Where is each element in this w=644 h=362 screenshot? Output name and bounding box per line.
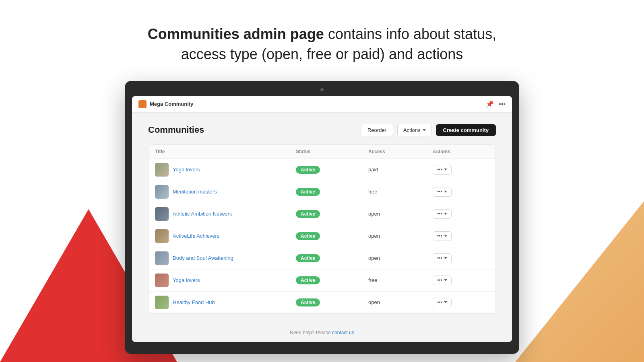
pin-icon[interactable]: 📌: [486, 100, 494, 108]
chevron-down-icon: [444, 235, 447, 237]
contact-us-link[interactable]: contact us: [332, 330, 354, 335]
page-title: Communities: [148, 125, 204, 135]
status-badge: Active: [296, 254, 320, 262]
access-cell: free: [368, 189, 433, 195]
chevron-down-icon: [444, 169, 447, 171]
table-row: Body and Soul Awakening Active open •••: [149, 247, 495, 269]
row-actions-button[interactable]: •••: [433, 253, 452, 263]
actions-cell: •••: [433, 276, 489, 285]
table-row: Meditation masters Active free •••: [149, 181, 495, 203]
row-actions-button[interactable]: •••: [433, 165, 452, 175]
community-name-link[interactable]: Athletic Ambition Network: [173, 211, 232, 217]
col-status: Status: [296, 149, 368, 154]
status-badge: Active: [296, 188, 320, 196]
access-cell: open: [368, 211, 433, 217]
page-top: Communities Reorder Actions Create commu…: [148, 124, 496, 136]
table-row: Yoga lovers Active paid •••: [149, 159, 495, 181]
community-name-link[interactable]: Body and Soul Awakening: [173, 255, 233, 261]
row-actions-button[interactable]: •••: [433, 231, 452, 241]
community-cell: Body and Soul Awakening: [155, 251, 296, 265]
status-cell: Active: [296, 232, 368, 240]
app-title: Mega Community: [150, 101, 193, 107]
ellipsis-icon: •••: [437, 255, 442, 261]
community-thumbnail: [155, 163, 169, 177]
community-name-link[interactable]: Healthy Food Hub: [173, 299, 215, 305]
app-footer: Need help? Please contact us: [132, 323, 512, 342]
community-cell: Yoga lovers: [155, 163, 296, 177]
actions-cell: •••: [433, 165, 489, 175]
actions-cell: •••: [433, 187, 489, 197]
header-normal1: contains info about status,: [324, 26, 496, 42]
header-normal2: access type (open, free or paid) and act…: [181, 46, 463, 62]
table-row: Yoga lovers Active free •••: [149, 269, 495, 292]
ellipsis-icon: •••: [437, 233, 442, 239]
chevron-down-icon: [444, 279, 447, 281]
header-bold: Communities admin page: [148, 26, 324, 42]
community-thumbnail: [155, 251, 169, 265]
community-cell: Athletic Ambition Network: [155, 207, 296, 221]
chevron-down-icon: [423, 129, 426, 131]
app-bar-left: Mega Community: [138, 100, 193, 108]
community-thumbnail: [155, 229, 169, 243]
reorder-button[interactable]: Reorder: [361, 124, 393, 136]
more-options-icon[interactable]: •••: [499, 101, 506, 108]
community-cell: Healthy Food Hub: [155, 296, 296, 309]
app-bar: Mega Community 📌 •••: [132, 96, 512, 113]
community-cell: ActiveLife Achievers: [155, 229, 296, 243]
col-title: Title: [155, 149, 296, 154]
table-row: Healthy Food Hub Active open •••: [149, 292, 495, 313]
access-cell: open: [368, 255, 433, 261]
actions-dropdown-button[interactable]: Actions: [397, 124, 432, 136]
access-cell: free: [368, 277, 433, 283]
actions-cell: •••: [433, 209, 489, 219]
table-body: Yoga lovers Active paid ••• Meditation m…: [149, 159, 495, 313]
community-name-link[interactable]: Yoga lovers: [173, 277, 200, 283]
actions-cell: •••: [433, 231, 489, 241]
communities-table: Title Status Access Actions Yoga lovers …: [148, 144, 496, 314]
status-cell: Active: [296, 298, 368, 306]
chevron-down-icon: [444, 213, 447, 215]
chevron-down-icon: [444, 191, 447, 193]
community-thumbnail: [155, 185, 169, 199]
create-community-button[interactable]: Create community: [436, 124, 496, 136]
status-badge: Active: [296, 232, 320, 240]
access-cell: open: [368, 233, 433, 239]
ellipsis-icon: •••: [437, 300, 442, 305]
status-badge: Active: [296, 298, 320, 306]
actions-cell: •••: [433, 298, 489, 307]
actions-cell: •••: [433, 253, 489, 263]
ellipsis-icon: •••: [437, 167, 442, 173]
community-name-link[interactable]: ActiveLife Achievers: [173, 233, 219, 239]
status-badge: Active: [296, 276, 320, 284]
ellipsis-icon: •••: [437, 189, 442, 195]
access-cell: paid: [368, 167, 433, 173]
table-header: Title Status Access Actions: [149, 145, 495, 159]
row-actions-button[interactable]: •••: [433, 298, 452, 307]
header-text: Communities admin page contains info abo…: [0, 24, 644, 65]
community-name-link[interactable]: Yoga lovers: [173, 167, 200, 173]
main-content: Communities Reorder Actions Create commu…: [132, 113, 512, 323]
status-cell: Active: [296, 166, 368, 174]
device-screen: Mega Community 📌 ••• Communities Reorder…: [132, 96, 512, 342]
actions-label: Actions: [403, 127, 421, 133]
row-actions-button[interactable]: •••: [433, 187, 452, 197]
chevron-down-icon: [444, 301, 447, 303]
app-logo-icon: [138, 100, 147, 108]
community-cell: Meditation masters: [155, 185, 296, 199]
access-cell: open: [368, 299, 433, 305]
footer-text: Need help? Please: [290, 330, 332, 335]
ellipsis-icon: •••: [437, 211, 442, 217]
app-bar-right: 📌 •••: [486, 100, 506, 108]
row-actions-button[interactable]: •••: [433, 209, 452, 219]
status-badge: Active: [296, 166, 320, 174]
table-row: Athletic Ambition Network Active open ••…: [149, 203, 495, 225]
col-actions: Actions: [433, 149, 489, 154]
status-cell: Active: [296, 210, 368, 218]
community-name-link[interactable]: Meditation masters: [173, 189, 217, 195]
page-header: Communities admin page contains info abo…: [0, 0, 644, 81]
device-frame: Mega Community 📌 ••• Communities Reorder…: [125, 81, 519, 354]
community-thumbnail: [155, 296, 169, 309]
bg-orange-triangle: [515, 201, 644, 362]
row-actions-button[interactable]: •••: [433, 276, 452, 285]
col-access: Access: [368, 149, 433, 154]
